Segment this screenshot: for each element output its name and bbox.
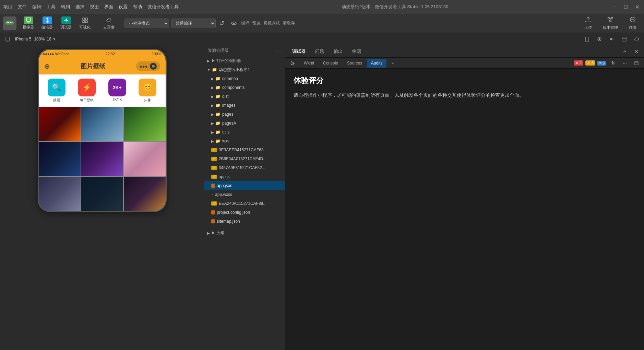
tab-output[interactable]: 输出 bbox=[330, 47, 347, 56]
menu-tools[interactable]: 工具 bbox=[47, 4, 56, 10]
phone-icon-4k[interactable]: 2K+ 2K/4K bbox=[108, 79, 126, 103]
simulator-button[interactable]: 模拟器 bbox=[20, 15, 37, 31]
cloud-button[interactable]: 云开发 bbox=[100, 15, 117, 31]
folder-common[interactable]: ▶ 📁 common bbox=[204, 74, 285, 83]
phone-grid-item-5[interactable] bbox=[81, 142, 123, 176]
phone-grid-item-7[interactable] bbox=[39, 177, 81, 211]
folder-dist-icon: 📁 bbox=[215, 94, 220, 99]
menu-settings[interactable]: 设置 bbox=[119, 4, 128, 10]
phone-grid-item-1[interactable] bbox=[39, 107, 81, 141]
undock-panel-btn[interactable] bbox=[632, 58, 641, 68]
content-area: 资源管理器 ··· ▶ ▶ 打开的编辑器 ▼ 📁 动态壁纸小程序1 ▶ 📁 co… bbox=[204, 45, 644, 350]
main-toolbar: 模拟器 编辑器 调试器 可视化 云开发 小程序模式 普通编译 ↺ bbox=[0, 14, 644, 33]
folder-components[interactable]: ▶ 📁 components bbox=[204, 83, 285, 92]
visualize-icon bbox=[80, 16, 90, 24]
phone-grid-item-8[interactable] bbox=[81, 177, 123, 211]
menu-project[interactable]: 项目 bbox=[3, 4, 12, 10]
tab-issues[interactable]: 问题 bbox=[311, 47, 328, 56]
file-2b6f[interactable]: JS 2B6F04A015271CAF4D... bbox=[204, 154, 285, 163]
menu-edit[interactable]: 编辑 bbox=[32, 4, 41, 10]
menu-view[interactable]: 视图 bbox=[90, 4, 99, 10]
more-options-btn[interactable] bbox=[620, 58, 630, 68]
menu-file[interactable]: 文件 bbox=[18, 4, 27, 10]
file-0e3a[interactable]: JS 0E3AEEB415271CAF68... bbox=[204, 145, 285, 154]
subtab-sources[interactable]: Sources bbox=[343, 59, 366, 68]
upload-button[interactable]: 上传 bbox=[580, 16, 597, 31]
settings-icon-btn[interactable] bbox=[608, 58, 618, 68]
file-tree-more-button[interactable]: ··· bbox=[276, 48, 282, 53]
phone-grid-item-4[interactable] bbox=[39, 142, 81, 176]
version-button[interactable]: 版本管理 bbox=[599, 16, 621, 31]
subtab-console[interactable]: Console bbox=[319, 59, 342, 68]
maximize-button[interactable]: □ bbox=[623, 4, 629, 10]
cursor-icon-btn[interactable] bbox=[288, 58, 298, 68]
file-sitemap[interactable]: {} sitemap.json bbox=[204, 217, 285, 226]
font-size-arrow[interactable]: ▾ bbox=[53, 37, 55, 42]
folder-images[interactable]: ▶ 📁 images bbox=[204, 101, 285, 110]
folder-utils[interactable]: ▶ 📁 utils bbox=[204, 128, 285, 137]
project-root-item[interactable]: ▼ 📁 动态壁纸小程序1 bbox=[204, 65, 285, 74]
preview-label[interactable]: 预览 bbox=[252, 20, 261, 26]
tab-debugger[interactable]: 调试器 bbox=[288, 47, 310, 56]
tab-terminal[interactable]: 终端 bbox=[348, 47, 365, 56]
refresh-button[interactable]: ↺ bbox=[218, 18, 226, 28]
phone-nav: ⊕ 图片壁纸 ●●● bbox=[39, 58, 166, 74]
subtab-wxml[interactable]: Wxml bbox=[300, 59, 318, 68]
folder-wxs[interactable]: ▶ 📁 wxs bbox=[204, 137, 285, 145]
menu-interface[interactable]: 界面 bbox=[104, 4, 113, 10]
subtab-more[interactable]: » bbox=[387, 59, 398, 68]
screen-icon[interactable] bbox=[619, 34, 629, 44]
phone-icon-daily[interactable]: ⚡ 每日壁纸 bbox=[78, 79, 96, 103]
menu-goto[interactable]: 转到 bbox=[61, 4, 70, 10]
menu-bar[interactable]: 项目 文件 编辑 工具 转到 选择 视图 界面 设置 帮助 微信开发者工具 bbox=[3, 4, 179, 10]
phone-icon-search[interactable]: 🔍 搜索 bbox=[48, 79, 65, 103]
window-controls[interactable]: ─ □ ✕ bbox=[611, 4, 641, 10]
sound-icon[interactable] bbox=[607, 34, 617, 44]
menu-devtools[interactable]: 微信开发者工具 bbox=[147, 4, 179, 10]
folder-pages[interactable]: ▶ 📁 pages bbox=[204, 110, 285, 119]
svg-rect-12 bbox=[83, 21, 85, 23]
real-device-label[interactable]: 真机调试 bbox=[263, 20, 280, 26]
phone-preview-icon[interactable] bbox=[582, 34, 592, 44]
folder-images-label: images bbox=[222, 103, 236, 108]
file-appwxss[interactable]: ≈ app.wxss bbox=[204, 190, 285, 199]
mode-select[interactable]: 小程序模式 bbox=[124, 19, 169, 28]
phone-grid-item-9[interactable] bbox=[124, 177, 166, 211]
folder-utils-label: utils bbox=[222, 130, 229, 135]
cloud-small-icon[interactable] bbox=[632, 34, 641, 44]
subtab-audits[interactable]: Audits bbox=[367, 59, 386, 68]
minimize-button[interactable]: ─ bbox=[611, 4, 617, 10]
svg-rect-10 bbox=[83, 18, 85, 20]
file-eea240[interactable]: JS EEA240A115271CAF88... bbox=[204, 199, 285, 208]
folder-pagesA[interactable]: ▶ 📁 pagesA bbox=[204, 119, 285, 128]
phone-grid-item-6[interactable] bbox=[124, 142, 166, 176]
preview-eye-button[interactable] bbox=[229, 19, 239, 28]
phone-grid-item-3[interactable] bbox=[124, 107, 166, 141]
debug-panel-close-btn[interactable] bbox=[632, 47, 641, 56]
file-projectconfig[interactable]: {} project.config.json bbox=[204, 208, 285, 217]
compile-select[interactable]: 普通编译 bbox=[171, 19, 216, 28]
record-icon[interactable] bbox=[595, 34, 604, 44]
file-3457[interactable]: JS 3457A9F315271CAF52... bbox=[204, 163, 285, 172]
file-appjs[interactable]: JS app.js bbox=[204, 172, 285, 181]
phone-more-button[interactable]: ●●● bbox=[136, 61, 160, 71]
close-button[interactable]: ✕ bbox=[634, 4, 641, 10]
outline-header[interactable]: ▶ ▶ 大纲 bbox=[207, 229, 282, 237]
visualize-button[interactable]: 可视化 bbox=[76, 15, 93, 31]
folder-dist[interactable]: ▶ 📁 dist bbox=[204, 92, 285, 101]
phone-icon-btn[interactable] bbox=[3, 34, 12, 44]
outline-arrow: ▶ bbox=[207, 231, 210, 235]
clean-cache-label[interactable]: 清缓存 bbox=[283, 20, 295, 26]
debug-panel-expand-btn[interactable] bbox=[620, 47, 630, 56]
svg-rect-6 bbox=[26, 18, 31, 21]
phone-icon-avatar[interactable]: 😊 头像 bbox=[139, 79, 156, 103]
debugger-button[interactable]: 调试器 bbox=[58, 15, 74, 31]
menu-help[interactable]: 帮助 bbox=[133, 4, 142, 10]
open-editors-item[interactable]: ▶ ▶ 打开的编辑器 bbox=[204, 56, 285, 65]
wxss-icon: ≈ bbox=[211, 192, 213, 197]
editor-button[interactable]: 编辑器 bbox=[39, 15, 56, 31]
menu-select[interactable]: 选择 bbox=[75, 4, 84, 10]
phone-grid-item-2[interactable] bbox=[81, 107, 123, 141]
file-appjson[interactable]: {} app.json bbox=[204, 181, 285, 190]
details-button[interactable]: ··· 详情 bbox=[624, 16, 641, 31]
